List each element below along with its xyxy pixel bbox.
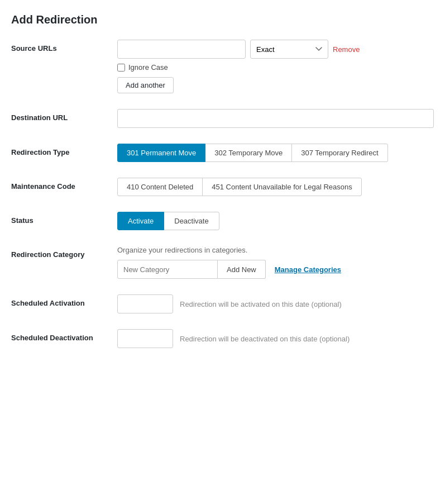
redirection-type-group: 301 Permanent Move 302 Temporary Move 30… <box>117 144 434 162</box>
maintenance-code-group: 410 Content Deleted 451 Content Unavaila… <box>117 178 434 196</box>
activate-button[interactable]: Activate <box>117 212 164 230</box>
ignore-case-label: Ignore Case <box>128 63 168 72</box>
status-section: Status Activate Deactivate <box>11 212 434 230</box>
source-urls-section: Source URLs Exact Regex Prefix Remove Ig… <box>11 40 434 93</box>
remove-link[interactable]: Remove <box>333 45 360 54</box>
source-urls-content: Exact Regex Prefix Remove Ignore Case Ad… <box>117 40 434 93</box>
source-url-input[interactable] <box>117 40 246 59</box>
redirection-category-content: Organize your redirections in categories… <box>117 246 434 279</box>
scheduled-activation-label: Scheduled Activation <box>11 294 117 307</box>
ignore-case-row: Ignore Case <box>117 63 434 72</box>
add-another-button[interactable]: Add another <box>117 77 174 93</box>
status-label: Status <box>11 212 117 225</box>
maint-btn-451[interactable]: 451 Content Unavailable for Legal Reason… <box>202 178 362 196</box>
type-btn-307[interactable]: 307 Temporary Redirect <box>291 144 388 162</box>
maintenance-code-content: 410 Content Deleted 451 Content Unavaila… <box>117 178 434 196</box>
destination-url-label: Destination URL <box>11 109 117 122</box>
source-urls-label: Source URLs <box>11 40 117 53</box>
redirection-category-section: Redirection Category Organize your redir… <box>11 246 434 279</box>
type-btn-301[interactable]: 301 Permanent Move <box>117 144 205 162</box>
maintenance-code-label: Maintenance Code <box>11 178 117 191</box>
scheduled-activation-section: Scheduled Activation Redirection will be… <box>11 294 434 313</box>
match-type-select[interactable]: Exact Regex Prefix <box>250 40 328 59</box>
scheduled-deactivation-label: Scheduled Deactivation <box>11 329 117 342</box>
maint-btn-410[interactable]: 410 Content Deleted <box>117 178 203 196</box>
status-content: Activate Deactivate <box>117 212 434 230</box>
add-new-button[interactable]: Add New <box>218 260 266 279</box>
redirection-category-label: Redirection Category <box>11 246 117 259</box>
scheduled-deactivation-input[interactable] <box>117 329 173 348</box>
source-url-row: Exact Regex Prefix Remove <box>117 40 434 59</box>
scheduled-activation-input[interactable] <box>117 294 173 313</box>
maintenance-code-section: Maintenance Code 410 Content Deleted 451… <box>11 178 434 196</box>
scheduled-activation-hint: Redirection will be activated on this da… <box>180 300 342 308</box>
scheduled-deactivation-hint: Redirection will be deactivated on this … <box>180 335 350 343</box>
scheduled-activation-content: Redirection will be activated on this da… <box>117 294 434 313</box>
scheduled-deactivation-section: Scheduled Deactivation Redirection will … <box>11 329 434 348</box>
scheduled-deactivation-row: Redirection will be deactivated on this … <box>117 329 434 348</box>
scheduled-deactivation-content: Redirection will be deactivated on this … <box>117 329 434 348</box>
category-input[interactable] <box>117 260 218 279</box>
redirection-type-content: 301 Permanent Move 302 Temporary Move 30… <box>117 144 434 162</box>
status-group: Activate Deactivate <box>117 212 434 230</box>
page-title: Add Redirection <box>11 13 434 26</box>
manage-categories-link[interactable]: Manage Categories <box>275 265 341 274</box>
category-row: Add New Manage Categories <box>117 260 434 279</box>
redirection-type-label: Redirection Type <box>11 144 117 156</box>
category-hint: Organize your redirections in categories… <box>117 246 434 254</box>
type-btn-302[interactable]: 302 Temporary Move <box>205 144 292 162</box>
deactivate-button[interactable]: Deactivate <box>164 212 219 230</box>
redirection-type-section: Redirection Type 301 Permanent Move 302 … <box>11 144 434 162</box>
destination-url-content <box>117 109 434 128</box>
scheduled-activation-row: Redirection will be activated on this da… <box>117 294 434 313</box>
destination-url-section: Destination URL <box>11 109 434 128</box>
destination-url-input[interactable] <box>117 109 434 128</box>
ignore-case-checkbox[interactable] <box>117 64 125 72</box>
